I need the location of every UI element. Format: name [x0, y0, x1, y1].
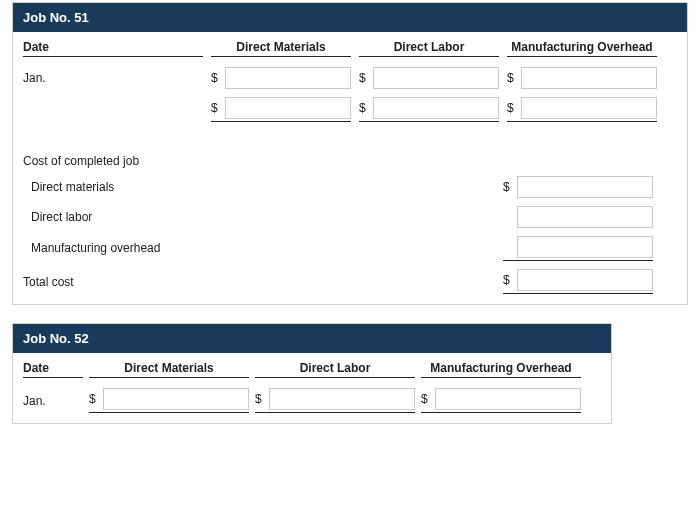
job52-dm-sumline: [89, 412, 249, 413]
currency-symbol: $: [507, 71, 521, 85]
job52-date-label: Jan.: [23, 394, 83, 408]
job51-dm-sumline: [211, 121, 351, 122]
job52-column-headers: Date Direct Materials Direct Labor Manuf…: [13, 353, 611, 384]
job51-total-sumline: [503, 293, 653, 294]
job51-row1-dm-input[interactable]: [225, 67, 351, 89]
job51-completed-moh-row: Manufacturing overhead: [13, 232, 687, 265]
job51-data-row-2: $ $ $: [13, 93, 687, 126]
job51-moh-sumline: [507, 121, 657, 122]
currency-symbol: $: [421, 392, 435, 406]
job51-date-label: Jan.: [23, 71, 203, 85]
job52-card: Job No. 52 Date Direct Materials Direct …: [12, 323, 612, 424]
job51-completed-dm-input[interactable]: [517, 176, 653, 198]
job51-header-manufacturing-overhead: Manufacturing Overhead: [507, 40, 657, 57]
job51-row1-dl-input[interactable]: [373, 67, 499, 89]
job51-card: Job No. 51 Date Direct Materials Direct …: [12, 2, 688, 305]
currency-symbol: $: [503, 180, 517, 194]
job52-row1-moh-input[interactable]: [435, 388, 581, 410]
job51-completed-total-label: Total cost: [23, 275, 503, 289]
job51-column-headers: Date Direct Materials Direct Labor Manuf…: [13, 32, 687, 63]
job52-header-direct-labor: Direct Labor: [255, 361, 415, 378]
currency-symbol: $: [359, 71, 373, 85]
job51-data-row-1: Jan. $ $ $: [13, 63, 687, 93]
job52-row1-dm-input[interactable]: [103, 388, 249, 410]
job51-title: Job No. 51: [13, 3, 687, 32]
job51-completed-dm-row: Direct materials $: [13, 172, 687, 202]
job51-completed-moh-input[interactable]: [517, 236, 653, 258]
job51-row1-moh-input[interactable]: [521, 67, 657, 89]
job52-data-row-1: Jan. $ $ $: [13, 384, 611, 423]
job52-header-manufacturing-overhead: Manufacturing Overhead: [421, 361, 581, 378]
job51-completed-dl-label: Direct labor: [23, 210, 503, 224]
currency-symbol: $: [503, 273, 517, 287]
job52-moh-sumline: [421, 412, 581, 413]
currency-symbol: $: [359, 101, 373, 115]
job51-dl-sumline: [359, 121, 499, 122]
currency-symbol: $: [507, 101, 521, 115]
job51-completed-dl-input[interactable]: [517, 206, 653, 228]
job51-header-direct-materials: Direct Materials: [211, 40, 351, 57]
job51-row2-moh-input[interactable]: [521, 97, 657, 119]
job51-completed-total-row: Total cost $: [13, 265, 687, 304]
job52-header-date: Date: [23, 361, 83, 378]
job51-row2-dl-input[interactable]: [373, 97, 499, 119]
job51-completed-heading: Cost of completed job: [23, 154, 139, 168]
job52-row1-dl-input[interactable]: [269, 388, 415, 410]
currency-symbol: $: [89, 392, 103, 406]
job52-dl-sumline: [255, 412, 415, 413]
job51-completed-moh-label: Manufacturing overhead: [23, 241, 503, 255]
job51-completed-dm-label: Direct materials: [23, 180, 503, 194]
job52-header-direct-materials: Direct Materials: [89, 361, 249, 378]
job52-title: Job No. 52: [13, 324, 611, 353]
job51-completed-heading-row: Cost of completed job: [13, 150, 687, 172]
job51-completed-total-input[interactable]: [517, 269, 653, 291]
job51-completed-sumline: [503, 260, 653, 261]
job51-completed-dl-row: Direct labor: [13, 202, 687, 232]
currency-symbol: $: [211, 71, 225, 85]
currency-symbol: $: [255, 392, 269, 406]
job51-header-date: Date: [23, 40, 203, 57]
job51-row2-dm-input[interactable]: [225, 97, 351, 119]
job51-header-direct-labor: Direct Labor: [359, 40, 499, 57]
currency-symbol: $: [211, 101, 225, 115]
